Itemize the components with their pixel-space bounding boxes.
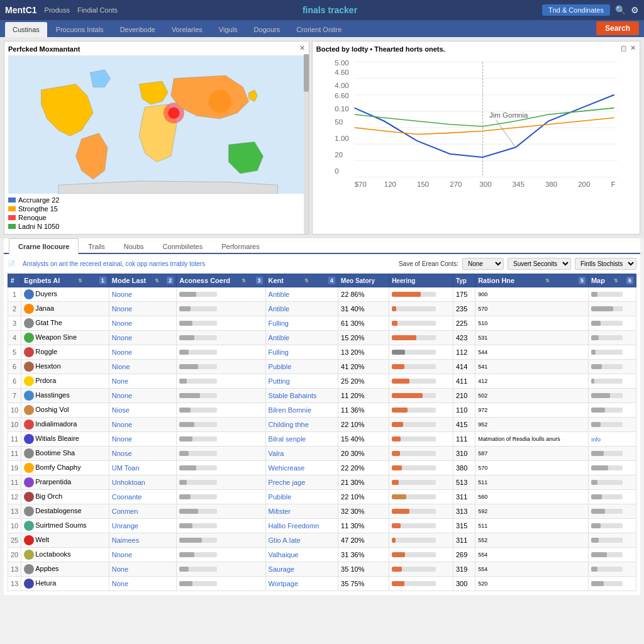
search-icon[interactable]: 🔍 [615, 5, 626, 15]
cell-name[interactable]: Destablogense [21, 504, 109, 519]
col-kent[interactable]: Kent ⇅ 4 [265, 274, 338, 287]
col-map[interactable]: Map ⇅ 6 [588, 274, 636, 287]
cell-kent: Antible [265, 331, 338, 345]
cell-name[interactable]: Ooshig Vol [21, 403, 109, 418]
table-row[interactable]: 2JanaaNnoneAntible31 40%235570 [8, 302, 636, 316]
table-row[interactable]: 11PrarpentidaUnhoktoanPreche jage21 30%5… [8, 475, 636, 490]
cell-typ: 313 [453, 504, 475, 519]
cell-kent: Wortpage [265, 577, 338, 591]
table-row[interactable]: 13AppbesNoneSaurage35 10%319554 [8, 562, 636, 577]
table-row[interactable]: 11Bootime ShaNnoseValra20 30%310587 [8, 447, 636, 461]
table-row[interactable]: 7HasstingesNnoneStable Bahaints11 20%210… [8, 389, 636, 403]
tab-crorient[interactable]: Crorient Onitre [289, 22, 349, 37]
chart-export-icon[interactable]: 📋 [620, 45, 627, 52]
table-row[interactable]: 3Gtat TheNnoneFulling61 30%225510 [8, 316, 636, 331]
display-select[interactable]: Fintls Stochists [575, 258, 636, 270]
cell-name[interactable]: Janaa [21, 302, 109, 316]
cell-name[interactable]: Bootime Sha [21, 447, 109, 461]
tab-viguls[interactable]: Viguls [211, 22, 245, 37]
cell-name[interactable]: Welt [21, 533, 109, 548]
map-close-btn[interactable]: ✕ [299, 44, 305, 52]
table-row[interactable]: 6HesxtonNionePubible41 20%414541 [8, 360, 636, 374]
col-ration[interactable]: Ration Hne ⇅ 5 [475, 274, 589, 287]
table-row[interactable]: 11Witials BleaireNnoneBilral senple15 40… [8, 432, 636, 447]
cell-heering [389, 331, 453, 345]
cell-mode: Nnone [109, 316, 176, 331]
cell-map [588, 331, 636, 345]
table-row[interactable]: 10Suirtmed SoumsUnrangeHallio Freedomn11… [8, 519, 636, 533]
cell-name[interactable]: Hetura [21, 577, 109, 591]
top-bar: MentC1 Produss Findial Conts finals trac… [0, 0, 644, 20]
sub-tab-performares[interactable]: Performares [212, 238, 269, 254]
col-mode[interactable]: Mode Last ⇅ 2 [109, 274, 176, 287]
cell-typ: 235 [453, 302, 475, 316]
tab-dogours[interactable]: Dogours [247, 22, 288, 37]
cell-typ: 414 [453, 360, 475, 374]
cell-access [177, 360, 265, 374]
cell-name[interactable]: Indialimadora [21, 418, 109, 432]
table-row[interactable]: 25WeltNaimeesGtio A.Iate47 20%311552 [8, 533, 636, 548]
tab-vorelarles[interactable]: Vorelarles [164, 22, 210, 37]
cell-name[interactable]: Witials Bleaire [21, 432, 109, 447]
table-row[interactable]: 5RoggleNooneFulling13 20%112544 [8, 345, 636, 360]
cell-kent: Bilral senple [265, 432, 338, 447]
cell-name[interactable]: Prarpentida [21, 475, 109, 490]
avatar [24, 477, 34, 487]
toolbar-description[interactable]: Anralysts on ant the recered erainal, co… [23, 260, 394, 267]
table-row[interactable]: 1DuyersNooneAntible22 86%175900 [8, 287, 636, 302]
cell-name[interactable]: Appbes [21, 562, 109, 577]
cell-heering [389, 447, 453, 461]
col-access[interactable]: Aconess Coerd ⇅ 3 [177, 274, 265, 287]
cell-heering [389, 562, 453, 577]
svg-text:Jim Gomnia: Jim Gomnia [489, 111, 528, 119]
cell-typ: 310 [453, 447, 475, 461]
cell-access [177, 562, 265, 577]
nav-findial[interactable]: Findial Conts [77, 6, 118, 14]
cell-typ: 319 [453, 562, 475, 577]
cell-mode: None [109, 577, 176, 591]
map-scrollbar[interactable] [304, 54, 309, 234]
tab-deveribode[interactable]: Deveribode [113, 22, 163, 37]
cell-name[interactable]: Weapon Sine [21, 331, 109, 345]
cell-name[interactable]: Hasstinges [21, 389, 109, 403]
table-row[interactable]: 19Bomfy ChaphyUM ToanWehicrease22 20%380… [8, 461, 636, 475]
tnd-condinates-btn[interactable]: Tnd & Condinates [542, 4, 610, 16]
table-row[interactable]: 10Ooshig VolNioseBilren Bomnie11 36%1109… [8, 403, 636, 418]
table-row[interactable]: 13HeturaNoneWortpage35 75%300520 [8, 577, 636, 591]
col-name[interactable]: Egnbets Al ⇅ 1 [21, 274, 109, 287]
cell-name[interactable]: Hesxton [21, 360, 109, 374]
table-row[interactable]: 20LoctabooksNnoneValhaique31 36%269554 [8, 548, 636, 562]
filter-select[interactable]: None Option1 [462, 258, 504, 270]
cell-num: 10 [8, 418, 21, 432]
cell-meo: 22 86% [338, 287, 389, 302]
cell-name[interactable]: Prdora [21, 374, 109, 389]
cell-meo: 31 36% [338, 548, 389, 562]
cell-name[interactable]: Bomfy Chaphy [21, 461, 109, 475]
settings-icon[interactable]: ⚙ [631, 5, 639, 15]
table-row[interactable]: 12Big OrchCoonantePubible22 10%311560 [8, 490, 636, 504]
cell-name[interactable]: Roggle [21, 345, 109, 360]
avatar [24, 347, 34, 357]
tab-procuons[interactable]: Procuons Intals [48, 22, 111, 37]
sub-tab-noubs[interactable]: Noubs [114, 238, 153, 254]
tab-custinas[interactable]: Custinas [5, 22, 47, 37]
table-row[interactable]: 6PrdoraNonePutting25 20%411412 [8, 374, 636, 389]
cell-name[interactable]: Duyers [21, 287, 109, 302]
cell-name[interactable]: Big Orch [21, 490, 109, 504]
table-row[interactable]: 13DestablogenseConmenMiltster32 30%31359… [8, 504, 636, 519]
cell-name[interactable]: Suirtmed Soums [21, 519, 109, 533]
table-row[interactable]: 10IndialimadoraNnoneChilding thhe22 10%4… [8, 418, 636, 432]
name-text: Witials Bleaire [35, 435, 79, 442]
sub-tab-crarne[interactable]: Crarne Ilocoure [9, 238, 79, 254]
nav-produss[interactable]: Produss [45, 6, 70, 14]
search-button[interactable]: Search [596, 21, 639, 35]
sort-select[interactable]: Suvert Seconits [508, 258, 571, 270]
sub-tab-trails[interactable]: Trails [79, 238, 114, 254]
cell-name[interactable]: Gtat The [21, 316, 109, 331]
sub-tab-conmbiiletes[interactable]: Conmbiiletes [153, 238, 213, 254]
cell-name[interactable]: Loctabooks [21, 548, 109, 562]
cell-access [177, 461, 265, 475]
table-row[interactable]: 4Weapon SineNnoneAntible15 20%423531 [8, 331, 636, 345]
line-chart-close-btn[interactable]: ✕ [630, 44, 636, 52]
cell-meo: 20 30% [338, 447, 389, 461]
